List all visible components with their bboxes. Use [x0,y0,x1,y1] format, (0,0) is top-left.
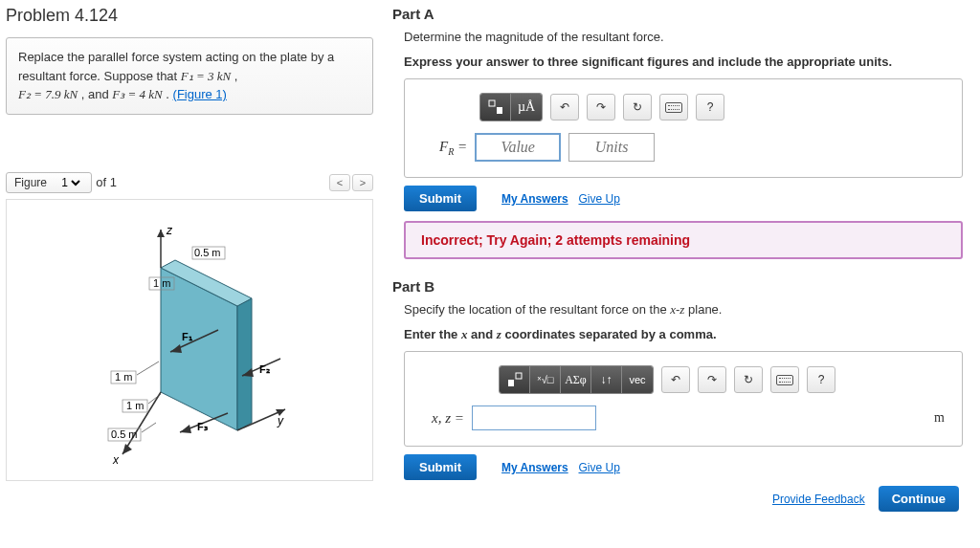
provide-feedback-link[interactable]: Provide Feedback [772,493,865,506]
tb-reset-icon[interactable]: ↻ [623,94,652,121]
stmt-f2: F₂ = 7.9 kN [18,87,78,101]
tb-undo-icon[interactable]: ↶ [550,94,579,121]
partb-var-label: x, z = [432,410,464,427]
svg-line-20 [137,362,159,375]
dim-1m-top: 1 m [153,277,170,289]
parta-var-label: FR = [439,139,467,157]
dim-05m-bot: 0.5 m [111,428,138,440]
partb-instr1: Specify the location of the resultant fo… [404,300,963,319]
parta-value-input[interactable] [475,133,561,162]
figure-prev-button[interactable]: < [329,174,350,191]
parta-heading: Part A [392,6,963,22]
stmt-pre: Replace the parallel force system acting… [18,50,334,83]
figure-link[interactable]: (Figure 1) [173,87,227,101]
tb-template-icon[interactable] [480,94,511,121]
stmt-f3: F₃ = 4 kN [112,87,162,101]
y-axis-label: y [277,414,284,427]
continue-button[interactable]: Continue [879,486,959,512]
partb-value-input[interactable] [472,406,596,430]
stmt-sep1: , [231,69,237,83]
figure-svg: z y x F₁ F₂ F₃ 0.5 m 1 m 1 m [56,210,323,469]
tb-keyboard-icon[interactable] [659,94,688,121]
tb2-undo-icon[interactable]: ↶ [661,366,690,393]
partb-instr2: Enter the x and z coordinates separated … [404,325,963,344]
parta-giveup-link[interactable]: Give Up [579,192,620,206]
partb-toolbar: ˣ√□ ΑΣφ ↓↑ vec ↶ ↷ ↻ ? [499,365,945,394]
parta-answer-box: µÅ ↶ ↷ ↻ ? FR = [404,78,963,178]
partb-giveup-link[interactable]: Give Up [579,461,620,474]
tb2-help-icon[interactable]: ? [807,366,835,393]
parta-myanswers-link[interactable]: My Answers [501,192,568,206]
tb-redo-icon[interactable]: ↷ [587,94,615,121]
partb-i2-pre: Enter the [404,327,461,341]
problem-title: Problem 4.124 [6,6,373,26]
figure-frame: z y x F₁ F₂ F₃ 0.5 m 1 m 1 m [6,199,373,481]
f1-label: F₁ [182,331,193,342]
figure-selector[interactable]: Figure 1 [6,172,92,193]
stmt-post: . [163,87,173,101]
tb2-redo-icon[interactable]: ↷ [698,366,726,393]
parta-submit-button[interactable]: Submit [404,186,477,211]
partb-i2-mid: and [467,327,496,341]
svg-line-22 [142,423,156,432]
tb-units-icon[interactable]: µÅ [511,94,542,121]
partb-myanswers-link[interactable]: My Answers [501,461,568,474]
z-axis-label: z [166,224,173,237]
parta-instr2: Express your answer to three significant… [404,53,963,72]
parta-instr1: Determine the magnitude of the resultant… [404,28,963,47]
figure-label: Figure [14,176,47,189]
svg-marker-1 [237,298,252,430]
figure-select[interactable]: 1 [57,175,83,190]
tb2-root-icon[interactable]: ˣ√□ [530,366,561,393]
svg-rect-24 [497,107,502,114]
parta-units-input[interactable] [568,133,655,162]
x-axis-label: x [112,453,120,467]
partb-i2-post: coordinates separated by a comma. [501,327,717,341]
tb2-vec-icon[interactable]: vec [622,366,653,393]
tb-help-icon[interactable]: ? [696,94,724,121]
svg-marker-4 [157,230,165,237]
partb-answer-box: ˣ√□ ΑΣφ ↓↑ vec ↶ ↷ ↻ ? x, z = m [404,351,963,447]
stmt-sep2: , and [78,87,112,101]
tb2-keyboard-icon[interactable] [770,366,799,393]
svg-rect-25 [508,380,514,386]
tb2-reset-icon[interactable]: ↻ [734,366,763,393]
f3-label: F₃ [197,421,209,432]
tb2-greek-icon[interactable]: ΑΣφ [561,366,591,393]
dim-05m-top: 0.5 m [194,247,221,258]
tb2-template-icon[interactable] [500,366,530,393]
svg-rect-23 [489,100,495,106]
stmt-f1: F₁ = 3 kN [181,69,231,83]
partb-submit-button[interactable]: Submit [404,454,477,480]
f2-label: F₂ [259,363,270,375]
figure-of: of 1 [96,175,117,189]
partb-heading: Part B [392,278,963,295]
svg-rect-26 [516,373,522,379]
tb2-arrows-icon[interactable]: ↓↑ [591,366,622,393]
parta-feedback: Incorrect; Try Again; 2 attempts remaini… [404,221,963,259]
dim-1m-left2: 1 m [126,400,144,411]
svg-marker-14 [180,425,191,433]
figure-next-button[interactable]: > [352,174,373,191]
parta-toolbar: µÅ ↶ ↷ ↻ ? [479,93,945,121]
problem-statement: Replace the parallel force system acting… [6,37,373,115]
dim-1m-left1: 1 m [115,371,132,383]
partb-unit: m [934,410,945,426]
